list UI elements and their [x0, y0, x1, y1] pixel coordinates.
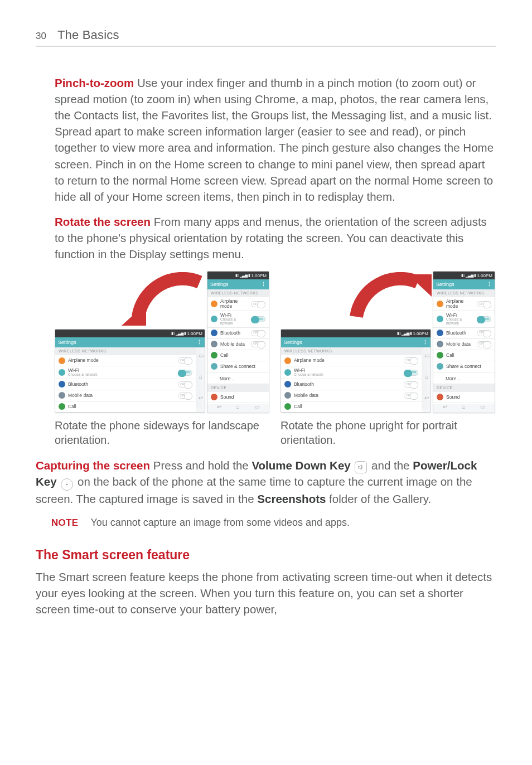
mobile-data-icon	[437, 341, 443, 347]
phone-portrait: ▮▯ ▁▃▅ ▮ 1:00PM Settings ⋮ WIRELESS NETW…	[433, 271, 495, 413]
wifi-toggle: ON	[404, 370, 418, 376]
nav-keys: ▭ ⌂ ↩	[422, 345, 431, 409]
call-icon	[211, 352, 217, 359]
note-label: NOTE	[51, 516, 78, 530]
md-toggle: OFF	[477, 341, 491, 347]
row-airplane-label: Airplane mode	[68, 358, 175, 363]
note-text: You cannot capture an image from some vi…	[90, 516, 350, 530]
status-time: 1:00PM	[413, 331, 428, 337]
bt-toggle: OFF	[251, 330, 265, 336]
call-icon	[437, 352, 443, 359]
row-mobile-data: Mobile dataOFF	[207, 339, 269, 350]
settings-list: WIRELESS NETWORKS Airplane modeOFF Wi-Fi…	[281, 347, 422, 412]
title-bar: Settings ⋮	[281, 337, 431, 347]
nav-back-icon: ↩	[443, 403, 447, 411]
row-bt-label: Bluetooth	[68, 382, 175, 387]
section-wireless: WIRELESS NETWORKS	[207, 289, 269, 297]
row-wifi: Wi-FiChoose a networkON	[207, 311, 269, 328]
row-bluetooth: Bluetooth OFF	[55, 379, 196, 390]
row-more: More...	[207, 372, 269, 384]
mobile-data-icon	[211, 341, 217, 347]
row-wifi: Wi-FiChoose a networkON	[281, 366, 422, 379]
nav-home-icon: ⌂	[199, 373, 202, 381]
svg-point-3	[66, 484, 68, 486]
paragraph-rotate: Rotate the screen From many apps and men…	[55, 214, 496, 262]
airplane-icon	[437, 301, 443, 307]
title-bar: Settings ⋮	[433, 279, 495, 289]
row-bluetooth: BluetoothOFF	[281, 379, 422, 390]
status-time: 1:00PM	[187, 331, 202, 337]
nav-keys: ↩ ⌂ ▭	[210, 403, 267, 411]
settings-list: WIRELESS NETWORKS Airplane modeOFF Wi-Fi…	[207, 289, 269, 404]
arrow-ccw-icon	[122, 272, 208, 328]
nav-recent-icon: ▭	[199, 352, 204, 360]
lead-pinch: Pinch-to-zoom	[55, 76, 134, 89]
title-bar-text: Settings	[436, 281, 454, 288]
row-bluetooth: BluetoothOFF	[433, 328, 495, 339]
row-call: Call	[281, 401, 422, 412]
status-time: 1:00PM	[477, 273, 492, 279]
figure-left-wrap: ▮▯ ▁▃▅ ▮ 1:00PM Settings ⋮ WIRELESS NETW…	[55, 271, 270, 416]
bluetooth-icon	[59, 381, 65, 388]
arrow-cw-icon	[345, 272, 432, 328]
call-icon	[284, 403, 291, 410]
md-toggle: OFF	[178, 393, 192, 399]
row-md-label: Mobile data	[68, 393, 175, 398]
bluetooth-icon	[211, 330, 217, 336]
airplane-icon	[284, 357, 291, 364]
row-airplane: Airplane modeOFF	[433, 297, 495, 311]
row-airplane: Airplane modeOFF	[281, 355, 422, 366]
figure-right: ▮▯ ▁▃▅ ▮ 1:00PM Settings ⋮ WIRELESS NETW…	[280, 271, 496, 447]
status-bar: ▮▯ ▁▃▅ ▮ 1:00PM	[433, 272, 495, 279]
text-capture-mid1: and the	[368, 459, 413, 472]
call-icon	[59, 403, 65, 410]
wifi-icon	[437, 316, 443, 322]
row-share: Share & connect	[433, 361, 495, 372]
row-bluetooth: BluetoothOFF	[207, 328, 269, 339]
page: 30 The Basics Pinch-to-zoom Use your ind…	[0, 0, 532, 651]
share-icon	[211, 363, 217, 370]
nav-recent-icon: ▭	[424, 352, 429, 360]
nav-back-icon: ↩	[217, 403, 221, 411]
wifi-icon	[211, 316, 217, 322]
lead-rotate: Rotate the screen	[55, 215, 151, 228]
settings-list: WIRELESS NETWORKS Airplane modeOFF Wi-Fi…	[433, 289, 495, 404]
row-wifi: Wi-FiChoose a networkON	[433, 311, 495, 328]
nav-recent-icon: ▭	[480, 403, 485, 411]
row-call: Call	[55, 401, 196, 412]
note: NOTE You cannot capture an image from so…	[51, 516, 496, 530]
paragraph-pinch: Pinch-to-zoom Use your index finger and …	[55, 75, 496, 205]
row-call: Call	[433, 350, 495, 361]
nav-back-icon: ↩	[424, 394, 429, 402]
screenshots-folder-label: Screenshots	[257, 492, 326, 505]
wifi-toggle: ON	[251, 316, 265, 322]
airplane-toggle: OFF	[251, 301, 265, 307]
status-bar: ▮▯ ▁▃▅ ▮ 1:00PM	[55, 330, 205, 337]
paragraph-smart-screen: The Smart screen feature keeps the phone…	[36, 569, 496, 617]
signal-icon: ▮▯ ▁▃▅ ▮	[171, 331, 186, 336]
rotate-arrow-cw	[345, 272, 432, 328]
overflow-icon: ⋮	[261, 281, 266, 288]
caption-right: Rotate the phone upright for portrait or…	[280, 418, 496, 447]
section-wireless: WIRELESS NETWORKS	[55, 347, 196, 355]
section-device: DEVICE	[433, 384, 495, 392]
mobile-data-icon	[59, 392, 65, 399]
bt-toggle: OFF	[404, 381, 418, 388]
nav-home-icon: ⌂	[425, 373, 428, 381]
bt-toggle: OFF	[477, 330, 491, 336]
caption-left: Rotate the phone sideways for landscape …	[55, 418, 270, 447]
signal-icon: ▮▯ ▁▃▅ ▮	[397, 331, 412, 336]
phone-portrait: ▮▯ ▁▃▅ ▮ 1:00PM Settings ⋮ WIRELESS NETW…	[207, 271, 269, 413]
wifi-toggle: ON	[477, 316, 491, 322]
nav-back-icon: ↩	[199, 394, 203, 402]
wifi-toggle: ON	[178, 370, 192, 376]
airplane-icon	[59, 357, 65, 364]
nav-keys: ↩ ⌂ ▭	[436, 403, 492, 411]
airplane-toggle: OFF	[477, 301, 491, 307]
text-capture-pre: Press and hold the	[150, 459, 252, 472]
phone-landscape: ▮▯ ▁▃▅ ▮ 1:00PM Settings ⋮ WIRELESS NETW…	[280, 329, 431, 413]
figure-right-wrap: ▮▯ ▁▃▅ ▮ 1:00PM Settings ⋮ WIRELESS NETW…	[280, 271, 496, 416]
section-heading-smart-screen: The Smart screen feature	[36, 546, 496, 564]
volume-down-key-icon	[355, 461, 367, 473]
paragraph-capture: Capturing the screen Press and hold the …	[36, 457, 496, 507]
